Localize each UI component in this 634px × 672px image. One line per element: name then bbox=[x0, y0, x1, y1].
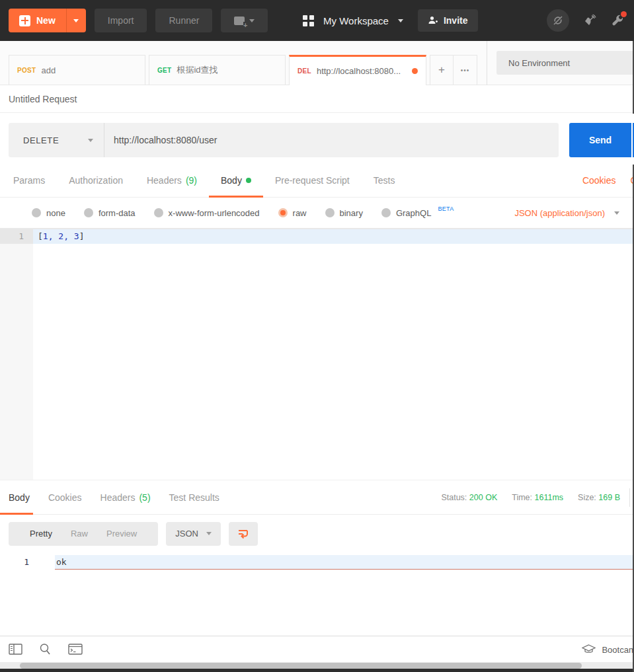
search-icon bbox=[39, 643, 52, 655]
sync-disabled-icon bbox=[552, 15, 564, 26]
search-button[interactable] bbox=[39, 643, 52, 655]
request-subtabs: Params Authorization Headers (9) Body Pr… bbox=[0, 164, 634, 198]
body-type-graphql[interactable]: GraphQL BETA bbox=[381, 208, 454, 218]
tab-label: Cookies bbox=[48, 492, 82, 503]
body-has-content-dot bbox=[246, 178, 251, 183]
sync-off-button[interactable] bbox=[547, 9, 569, 32]
response-tab-headers[interactable]: Headers (5) bbox=[100, 480, 151, 515]
satellite-button[interactable] bbox=[582, 13, 597, 28]
toggle-sidebar-button[interactable] bbox=[9, 644, 22, 655]
chevron-down-icon bbox=[73, 19, 79, 22]
tab-pre-request-script[interactable]: Pre-request Script bbox=[275, 164, 350, 198]
response-format-select[interactable]: JSON bbox=[166, 522, 221, 546]
scrollbar-thumb[interactable] bbox=[20, 663, 582, 669]
new-button[interactable]: New bbox=[9, 9, 66, 32]
tab-label: Headers bbox=[147, 175, 182, 186]
footer-status-bar: Bootcamp bbox=[0, 636, 634, 662]
format-value: JSON bbox=[175, 529, 198, 539]
new-dropdown-button[interactable] bbox=[66, 9, 86, 32]
radio-icon bbox=[154, 208, 163, 217]
new-window-button[interactable] bbox=[221, 9, 268, 32]
import-label: Import bbox=[108, 15, 134, 26]
request-tab-post-add[interactable]: POST add bbox=[9, 55, 145, 85]
view-raw[interactable]: Raw bbox=[61, 529, 97, 539]
new-button-label: New bbox=[36, 15, 56, 26]
tab-body[interactable]: Body bbox=[221, 164, 251, 198]
beta-badge: BETA bbox=[438, 205, 454, 212]
divider bbox=[629, 488, 630, 507]
tab-params[interactable]: Params bbox=[13, 164, 45, 198]
body-type-raw[interactable]: raw bbox=[278, 208, 307, 218]
radio-selected-icon bbox=[278, 208, 288, 217]
runner-button[interactable]: Runner bbox=[155, 9, 212, 32]
tab-label: 根据id查找 bbox=[177, 64, 277, 76]
radio-icon bbox=[32, 208, 41, 217]
code-token: [ bbox=[38, 231, 43, 241]
send-button[interactable]: Send bbox=[569, 123, 631, 157]
sidebar-layout-icon bbox=[9, 644, 22, 655]
tab-label: Params bbox=[13, 175, 45, 186]
tab-options-button[interactable]: ••• bbox=[454, 55, 477, 85]
chevron-down-icon[interactable] bbox=[398, 19, 403, 22]
response-active-line-highlight bbox=[55, 555, 634, 570]
request-body-editor[interactable]: 1 [1, 2, 3] bbox=[0, 229, 634, 480]
view-preview[interactable]: Preview bbox=[97, 529, 146, 539]
body-type-binary[interactable]: binary bbox=[325, 208, 363, 218]
tab-authorization[interactable]: Authorization bbox=[69, 164, 123, 198]
code-token: ] bbox=[79, 231, 85, 241]
tab-label: Tests bbox=[374, 175, 395, 186]
status-value: 200 OK bbox=[469, 493, 497, 502]
cookies-link[interactable]: Cookies bbox=[582, 175, 616, 186]
horizontal-scrollbar[interactable] bbox=[0, 662, 634, 669]
editor-gutter: 1 bbox=[0, 229, 33, 480]
wrap-text-icon bbox=[237, 528, 250, 540]
response-tab-body[interactable]: Body bbox=[9, 480, 30, 515]
request-tab-delete-active[interactable]: DEL http://localhost:8080... bbox=[289, 55, 426, 85]
radio-icon bbox=[381, 208, 391, 217]
status-label: Status: bbox=[441, 493, 467, 502]
tab-tests[interactable]: Tests bbox=[374, 164, 395, 198]
open-new-tab-button[interactable]: + bbox=[430, 55, 454, 85]
tab-label: Body bbox=[221, 175, 242, 186]
workspace-name[interactable]: My Workspace bbox=[323, 15, 389, 26]
response-tab-test-results[interactable]: Test Results bbox=[169, 480, 219, 515]
invite-person-icon bbox=[428, 15, 438, 26]
body-type-form-data[interactable]: form-data bbox=[84, 208, 136, 218]
body-type-row: none form-data x-www-form-urlencoded raw… bbox=[0, 198, 634, 229]
content-type-select[interactable]: JSON (application/json) bbox=[514, 208, 634, 218]
radio-icon bbox=[84, 208, 93, 217]
tab-label: Pre-request Script bbox=[275, 175, 350, 186]
tab-headers[interactable]: Headers (9) bbox=[147, 164, 197, 198]
method-badge: DEL bbox=[297, 67, 311, 75]
settings-wrench-button[interactable] bbox=[610, 13, 625, 28]
chevron-down-icon bbox=[88, 139, 93, 142]
bootcamp-button[interactable]: Bootcamp bbox=[582, 636, 634, 663]
request-tab-get-find[interactable]: GET 根据id查找 bbox=[149, 55, 286, 85]
environment-selector[interactable]: No Environment bbox=[496, 51, 634, 75]
chevron-down-icon bbox=[249, 19, 255, 22]
body-type-urlencoded[interactable]: x-www-form-urlencoded bbox=[154, 208, 260, 218]
body-type-none[interactable]: none bbox=[32, 208, 65, 218]
url-input[interactable] bbox=[104, 123, 559, 157]
url-builder-row: DELETE Send bbox=[0, 113, 634, 164]
response-body-viewer[interactable]: 1 ok bbox=[0, 552, 634, 636]
postman-app: New Import Runner My Workspace bbox=[0, 0, 634, 672]
request-title[interactable]: Untitled Request bbox=[9, 94, 77, 104]
response-tab-cookies[interactable]: Cookies bbox=[48, 480, 82, 515]
radio-label: binary bbox=[340, 208, 363, 218]
console-icon bbox=[68, 644, 83, 655]
window-bottom-edge bbox=[0, 669, 634, 672]
method-select[interactable]: DELETE bbox=[9, 123, 104, 157]
view-pretty[interactable]: Pretty bbox=[20, 529, 61, 539]
size-label: Size: bbox=[578, 493, 596, 502]
headers-count: (9) bbox=[186, 175, 197, 186]
invite-button[interactable]: Invite bbox=[418, 9, 478, 32]
tab-label: Body bbox=[9, 492, 30, 503]
bootcamp-label: Bootcamp bbox=[602, 645, 634, 655]
radio-label: x-www-form-urlencoded bbox=[169, 208, 260, 218]
wrap-text-button[interactable] bbox=[229, 522, 258, 546]
time-label: Time: bbox=[512, 493, 532, 502]
console-button[interactable] bbox=[68, 644, 83, 655]
import-button[interactable]: Import bbox=[95, 9, 147, 32]
method-badge: POST bbox=[17, 67, 36, 74]
